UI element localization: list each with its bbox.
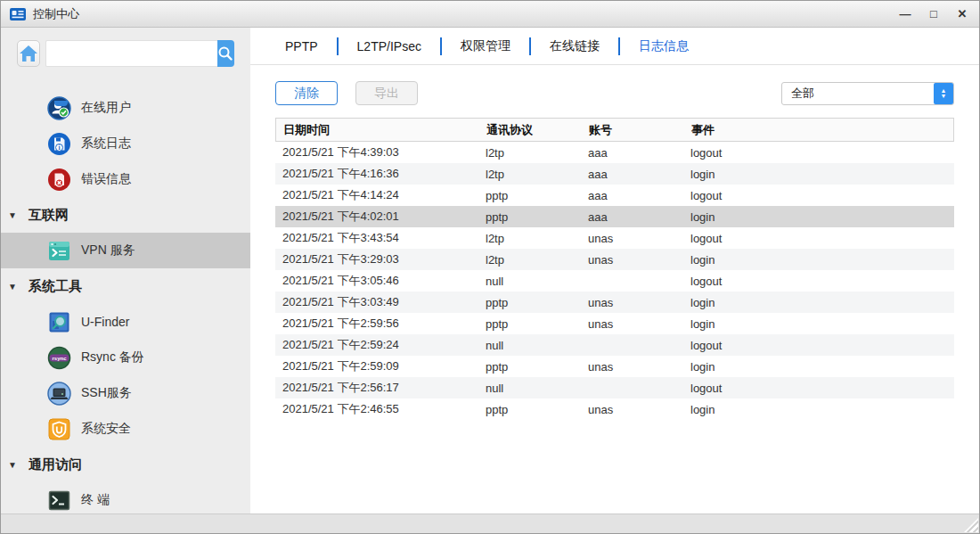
table-cell: login (683, 210, 954, 224)
sidebar-item[interactable]: 在线用户 (1, 90, 250, 126)
minimize-button[interactable]: — (897, 6, 913, 22)
table-cell: 2021/5/21 下午2:46:55 (275, 401, 478, 417)
table-row[interactable]: 2021/5/21 下午4:16:36l2tpaaalogin (275, 163, 954, 185)
tab-PPTP[interactable]: PPTP (266, 39, 337, 53)
sidebar-item-label: 在线用户 (81, 100, 131, 116)
ssh-service-icon (47, 382, 71, 406)
home-button[interactable] (17, 40, 40, 67)
sidebar-item[interactable]: U-Finder (1, 304, 250, 340)
table-cell: l2tp (478, 146, 581, 160)
sidebar-item-label: SSH服务 (81, 385, 132, 401)
tab-日志信息[interactable]: 日志信息 (620, 38, 707, 54)
sidebar-item-label: 错误信息 (81, 171, 131, 187)
table-cell: login (683, 296, 954, 309)
sidebar-item[interactable]: SSH服务 (1, 375, 250, 411)
sidebar-section-header[interactable]: ▼互联网 (1, 197, 250, 233)
close-button[interactable]: ✕ (954, 6, 970, 22)
vpn-service-icon (47, 239, 71, 263)
table-cell: login (683, 253, 954, 267)
sidebar-section-label: 系统工具 (29, 278, 82, 295)
sidebar-item-label: 系统日志 (81, 136, 131, 152)
table-cell: 2021/5/21 下午2:59:09 (275, 358, 478, 374)
table-row[interactable]: 2021/5/21 下午3:05:46nulllogout (275, 270, 954, 292)
scrolled-item-fragment (54, 101, 68, 106)
sidebar-item-label: U-Finder (81, 315, 129, 329)
sidebar-nav: 在线用户i系统日志错误信息▼互联网VPN 服务▼系统工具U-Finderrsyn… (1, 90, 250, 513)
error-info-icon (47, 168, 71, 192)
table-cell: logout (683, 146, 954, 160)
table-cell: 2021/5/21 下午4:39:03 (275, 144, 478, 160)
rsync-backup-icon: rsync (47, 346, 71, 370)
log-table: 日期时间通讯协议账号事件 2021/5/21 下午4:39:03l2tpaaal… (275, 118, 954, 420)
table-cell: 2021/5/21 下午3:03:49 (275, 294, 478, 310)
table-cell: pptp (478, 210, 581, 224)
system-security-icon (47, 417, 71, 441)
table-cell: pptp (478, 189, 581, 202)
resize-grip[interactable] (964, 518, 978, 532)
table-row[interactable]: 2021/5/21 下午4:39:03l2tpaaalogout (275, 142, 954, 163)
tab-权限管理[interactable]: 权限管理 (442, 38, 529, 54)
table-cell: aaa (581, 168, 683, 181)
sidebar-section-label: 通用访问 (29, 456, 82, 473)
table-cell: login (683, 317, 954, 331)
table-row[interactable]: 2021/5/21 下午2:59:56pptpunaslogin (275, 313, 954, 334)
export-button[interactable]: 导出 (355, 81, 418, 105)
sidebar-item[interactable]: rsyncRsync 备份 (1, 340, 250, 375)
sidebar-item-label: Rsync 备份 (81, 349, 144, 366)
table-row[interactable]: 2021/5/21 下午4:02:01pptpaaalogin (275, 206, 954, 227)
collapse-triangle-icon: ▼ (8, 460, 17, 470)
sidebar-section-header[interactable]: ▼通用访问 (1, 447, 250, 482)
table-cell: aaa (581, 210, 683, 224)
table-cell: unas (581, 360, 683, 374)
sidebar-section-header[interactable]: ▼系统工具 (1, 268, 250, 304)
table-cell: pptp (478, 296, 581, 309)
window-title: 控制中心 (33, 6, 79, 22)
column-header: 事件 (684, 122, 953, 138)
table-cell: aaa (581, 189, 683, 202)
maximize-button[interactable]: □ (926, 6, 942, 22)
table-cell: logout (683, 275, 954, 288)
clear-button[interactable]: 清除 (275, 81, 338, 105)
home-icon (19, 45, 38, 62)
table-row[interactable]: 2021/5/21 下午2:56:17nulllogout (275, 377, 954, 398)
table-body: 2021/5/21 下午4:39:03l2tpaaalogout2021/5/2… (275, 142, 954, 420)
table-cell: unas (581, 317, 683, 331)
table-cell: aaa (581, 146, 683, 160)
table-cell: 2021/5/21 下午2:56:17 (275, 380, 478, 396)
sidebar-item[interactable]: 系统安全 (1, 411, 250, 447)
table-row[interactable]: 2021/5/21 下午4:14:24pptpaaalogout (275, 185, 954, 206)
tab-L2TP/IPsec[interactable]: L2TP/IPsec (339, 39, 440, 53)
sidebar-item-label: 系统安全 (81, 421, 131, 437)
table-cell: pptp (478, 360, 581, 374)
table-row[interactable]: 2021/5/21 下午3:29:03l2tpunaslogin (275, 249, 954, 270)
table-cell: 2021/5/21 下午2:59:24 (275, 337, 478, 353)
table-row[interactable]: 2021/5/21 下午3:03:49pptpunaslogin (275, 292, 954, 313)
svg-text:i: i (58, 144, 60, 152)
table-row[interactable]: 2021/5/21 下午3:43:54l2tpunaslogout (275, 227, 954, 249)
sidebar-item-label: 终 端 (81, 492, 110, 508)
sidebar-item[interactable]: i系统日志 (1, 126, 250, 161)
table-cell: login (683, 168, 954, 181)
search-button[interactable] (217, 40, 234, 67)
table-cell: 2021/5/21 下午4:02:01 (275, 209, 478, 225)
sidebar-section-label: 互联网 (29, 207, 69, 224)
column-header: 通讯协议 (479, 122, 582, 138)
search-input[interactable] (45, 40, 217, 67)
table-cell: unas (581, 253, 683, 267)
table-row[interactable]: 2021/5/21 下午2:59:09pptpunaslogin (275, 356, 954, 377)
table-row[interactable]: 2021/5/21 下午2:46:55pptpunaslogin (275, 398, 954, 420)
table-cell: pptp (478, 317, 581, 331)
titlebar: 控制中心 — □ ✕ (1, 1, 979, 28)
table-cell: logout (683, 382, 954, 395)
table-row[interactable]: 2021/5/21 下午2:59:24nulllogout (275, 334, 954, 356)
tab-在线链接[interactable]: 在线链接 (531, 38, 618, 54)
table-header-row: 日期时间通讯协议账号事件 (275, 118, 954, 142)
filter-dropdown[interactable]: 全部 ▲▼ (781, 82, 954, 105)
sidebar-item[interactable]: 终 端 (1, 482, 250, 513)
table-cell: unas (581, 232, 683, 245)
table-cell: logout (683, 339, 954, 352)
filter-selected-value: 全部 (782, 86, 934, 102)
table-cell: null (478, 382, 581, 395)
sidebar-item[interactable]: VPN 服务 (1, 233, 250, 268)
sidebar-item[interactable]: 错误信息 (1, 161, 250, 197)
